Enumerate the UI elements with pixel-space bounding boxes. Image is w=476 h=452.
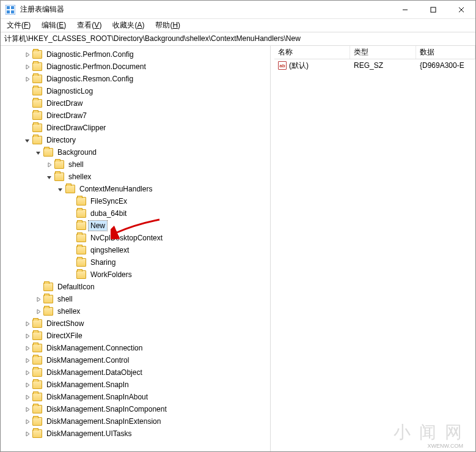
no-toggle-icon (23, 87, 31, 95)
expand-icon[interactable] (23, 75, 31, 83)
expand-icon[interactable] (23, 417, 31, 426)
tree-item-directshow[interactable]: DirectShow (1, 317, 270, 330)
folder-icon (32, 75, 42, 83)
tree-item-workfolders[interactable]: WorkFolders (1, 269, 270, 281)
folder-icon (32, 99, 42, 108)
tree-item-label: WorkFolders (89, 270, 134, 280)
tree-item-contextmenuhandlers[interactable]: ContextMenuHandlers (1, 183, 270, 195)
tree-item-shellex[interactable]: shellex (1, 171, 270, 183)
menu-file[interactable]: 文件(F) (5, 19, 32, 32)
expand-icon[interactable] (23, 368, 31, 377)
menu-help[interactable]: 帮助(H) (154, 19, 181, 32)
tree-item-background[interactable]: Background (1, 146, 270, 158)
address-bar[interactable]: 计算机\HKEY_CLASSES_ROOT\Directory\Backgrou… (1, 32, 475, 46)
tree-item-label: DiagnosticLog (45, 86, 95, 96)
collapse-icon[interactable] (45, 172, 53, 181)
list-body[interactable]: ab(默认)REG_SZ{D969A300-E 小闻网 XWENW.COM (274, 59, 475, 451)
expand-icon[interactable] (23, 393, 31, 401)
tree-item-diskmanagement-control[interactable]: DiskManagement.Control (1, 354, 270, 366)
tree-item-label: New (89, 221, 107, 231)
tree-item-qingshellext[interactable]: qingshellext (1, 244, 270, 256)
no-toggle-icon (34, 283, 42, 291)
menu-edit[interactable]: 编辑(E) (40, 19, 67, 32)
tree-item-directory[interactable]: Directory (1, 134, 270, 146)
collapse-icon[interactable] (34, 148, 42, 157)
expand-icon[interactable] (45, 160, 53, 169)
no-toggle-icon (23, 99, 31, 108)
tree-item-diskmanagement-dataobject[interactable]: DiskManagement.DataObject (1, 366, 270, 379)
tree-pane: Diagnostic.Perfmon.ConfigDiagnostic.Perf… (1, 46, 271, 451)
tree-item-sharing[interactable]: Sharing (1, 256, 270, 269)
no-toggle-icon (67, 246, 75, 254)
tree-item-label: DiskManagement.Control (45, 355, 131, 365)
column-header-data[interactable]: 数据 (416, 46, 475, 59)
tree-item-label: DirectDraw7 (45, 111, 89, 120)
expand-icon[interactable] (34, 295, 42, 303)
tree-item-duba-64bit[interactable]: duba_64bit (1, 207, 270, 220)
expand-icon[interactable] (23, 356, 31, 365)
address-path: 计算机\HKEY_CLASSES_ROOT\Directory\Backgrou… (4, 34, 301, 44)
expand-icon[interactable] (23, 405, 31, 413)
list-row[interactable]: ab(默认)REG_SZ{D969A300-E (274, 59, 475, 72)
column-header-type[interactable]: 类型 (350, 46, 416, 59)
tree-item-label: ContextMenuHandlers (78, 184, 154, 194)
folder-icon (43, 307, 53, 316)
tree-item-diagnosticlog[interactable]: DiagnosticLog (1, 85, 270, 97)
tree-item-filesyncex[interactable]: FileSyncEx (1, 195, 270, 207)
expand-icon[interactable] (23, 380, 31, 389)
tree-item-directdraw[interactable]: DirectDraw (1, 97, 270, 109)
expand-icon[interactable] (23, 429, 31, 438)
expand-icon[interactable] (23, 62, 31, 71)
folder-icon (32, 368, 42, 377)
window-maximize-button[interactable] (419, 1, 447, 19)
tree-item-shell[interactable]: shell (1, 293, 270, 305)
tree-item-new[interactable]: New (1, 220, 270, 232)
no-toggle-icon (67, 258, 75, 267)
no-toggle-icon (23, 111, 31, 120)
tree-item-label: FileSyncEx (89, 196, 129, 206)
window-minimize-button[interactable] (391, 1, 419, 19)
reg-string-icon: ab (278, 61, 287, 70)
tree-item-diskmanagement-snapinextension[interactable]: DiskManagement.SnapInExtension (1, 415, 270, 428)
tree-item-shellex[interactable]: shellex (1, 305, 270, 317)
tree-view[interactable]: Diagnostic.Perfmon.ConfigDiagnostic.Perf… (1, 46, 270, 451)
tree-item-directdrawclipper[interactable]: DirectDrawClipper (1, 122, 270, 134)
tree-item-diskmanagement-uitasks[interactable]: DiskManagement.UITasks (1, 428, 270, 440)
tree-item-diagnostic-perfmon-config[interactable]: Diagnostic.Perfmon.Config (1, 48, 270, 61)
tree-item-directxfile[interactable]: DirectXFile (1, 330, 270, 342)
value-name-cell: ab(默认) (274, 61, 350, 71)
tree-item-label: duba_64bit (89, 209, 128, 218)
folder-icon (43, 295, 53, 303)
folder-icon (32, 111, 42, 120)
expand-icon[interactable] (23, 319, 31, 328)
tree-item-diagnostic-perfmon-document[interactable]: Diagnostic.Perfmon.Document (1, 61, 270, 73)
tree-item-shell[interactable]: shell (1, 158, 270, 171)
menu-view[interactable]: 查看(V) (76, 19, 103, 32)
value-data-cell: {D969A300-E (416, 61, 475, 70)
window-close-button[interactable] (447, 1, 475, 19)
menu-favorites[interactable]: 收藏夹(A) (111, 19, 145, 32)
tree-item-diskmanagement-snapincomponent[interactable]: DiskManagement.SnapInComponent (1, 403, 270, 415)
tree-item-diskmanagement-snapinabout[interactable]: DiskManagement.SnapInAbout (1, 391, 270, 403)
watermark-url: XWENW.COM (428, 443, 464, 449)
collapse-icon[interactable] (23, 136, 31, 144)
expand-icon[interactable] (23, 344, 31, 352)
column-header-name[interactable]: 名称 (274, 46, 350, 59)
tree-item-directdraw7[interactable]: DirectDraw7 (1, 109, 270, 122)
tree-item-label: Diagnostic.Perfmon.Config (45, 50, 136, 59)
tree-item-nvcpldesktopcontext[interactable]: NvCplDesktopContext (1, 232, 270, 244)
folder-icon (32, 405, 42, 413)
expand-icon[interactable] (23, 50, 31, 59)
tree-item-label: shellex (56, 306, 82, 316)
expand-icon[interactable] (34, 307, 42, 316)
tree-item-defaulticon[interactable]: DefaultIcon (1, 281, 270, 293)
expand-icon[interactable] (23, 332, 31, 340)
tree-item-diskmanagement-connection[interactable]: DiskManagement.Connection (1, 342, 270, 354)
folder-icon (65, 185, 75, 193)
window-title: 注册表编辑器 (20, 4, 64, 15)
tree-item-diagnostic-resmon-config[interactable]: Diagnostic.Resmon.Config (1, 73, 270, 85)
collapse-icon[interactable] (56, 185, 64, 193)
content-area: Diagnostic.Perfmon.ConfigDiagnostic.Perf… (1, 46, 475, 451)
tree-item-diskmanagement-snapin[interactable]: DiskManagement.SnapIn (1, 379, 270, 391)
tree-item-label: DefaultIcon (56, 282, 97, 292)
